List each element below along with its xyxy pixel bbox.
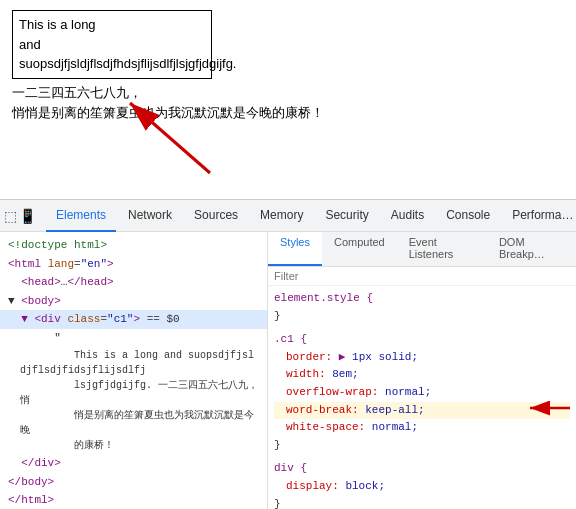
styles-tab-dom-breakpoints[interactable]: DOM Breakp… [487,232,576,266]
box-line3: suopsdjfjsldjflsdjfhdsjflijsdlfjlsjgfjdg… [19,56,236,71]
c1-selector: .c1 { [274,331,570,349]
styles-tab-event-listeners[interactable]: Event Listeners [397,232,487,266]
device-icon[interactable]: 📱 [19,204,36,228]
html-div-close: </div> [0,454,267,473]
html-html: <html lang="en"> [0,255,267,274]
element-style-rule: element.style { } [274,290,570,325]
filter-bar [268,267,576,286]
tab-network[interactable]: Network [118,200,182,232]
html-panel: <!doctype html> <html lang="en"> <head>…… [0,232,268,509]
box-line2: and [19,37,41,52]
content-box: This is a long and suopsdjfjsldjflsdjfhd… [12,10,212,79]
box-line1: This is a long [19,17,96,32]
chinese-text: 一二三四五六七八九， 悄悄是别离的笙箫夏虫也为我沉默沉默是今晚的康桥！ [12,83,564,125]
inspect-icon[interactable]: ⬚ [4,204,17,228]
c1-close: } [274,437,570,455]
css-rules: element.style { } .c1 { border: ▶ 1px so… [268,286,576,509]
devtools-main: <!doctype html> <html lang="en"> <head>…… [0,232,576,509]
tab-audits[interactable]: Audits [381,200,434,232]
red-arrow-annotation [100,88,230,188]
filter-input[interactable] [274,270,570,282]
word-break-arrow [520,393,575,423]
div-close: } [274,496,570,509]
element-style-selector: element.style { [274,290,570,308]
svg-line-1 [130,103,210,173]
devtools-panel: ⬚ 📱 Elements Network Sources Memory Secu… [0,200,576,509]
html-doctype: <!doctype html> [0,236,267,255]
element-style-close: } [274,308,570,326]
tab-sources[interactable]: Sources [184,200,248,232]
html-content-text: This is a long and suopsdjfjsldjflsdjfid… [0,347,267,454]
c1-width: width: 8em; [274,366,570,384]
webpage-preview: This is a long and suopsdjfjsldjflsdjfhd… [0,0,576,200]
html-div-selected[interactable]: ▼ <div class="c1"> == $0 [0,310,267,329]
styles-tabs: Styles Computed Event Listeners DOM Brea… [268,232,576,267]
c1-rule: .c1 { border: ▶ 1px solid; width: 8em; o… [274,331,570,454]
tab-memory[interactable]: Memory [250,200,313,232]
styles-tab-computed[interactable]: Computed [322,232,397,266]
c1-border: border: ▶ 1px solid; [274,349,570,367]
html-quote: " [0,329,267,348]
html-body-close: </body> [0,473,267,492]
div-selector: div { [274,460,570,478]
devtools-toolbar: ⬚ 📱 Elements Network Sources Memory Secu… [0,200,576,232]
tab-elements[interactable]: Elements [46,200,116,232]
div-display: display: block; [274,478,570,496]
styles-panel: Styles Computed Event Listeners DOM Brea… [268,232,576,509]
tab-security[interactable]: Security [315,200,378,232]
html-head: <head>…</head> [0,273,267,292]
html-html-close: </html> [0,491,267,509]
styles-tab-styles[interactable]: Styles [268,232,322,266]
tab-console[interactable]: Console [436,200,500,232]
html-body-open: ▼ <body> [0,292,267,311]
div-rule: div { display: block; } [274,460,570,509]
tab-performance[interactable]: Performa… [502,200,576,232]
